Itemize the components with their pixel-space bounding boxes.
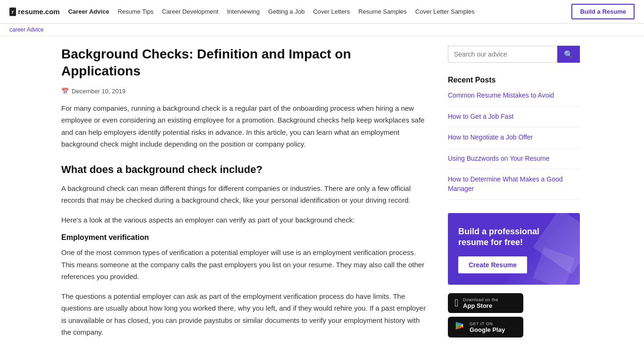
breadcrumb: career Advice <box>0 24 644 36</box>
list-item: How to Get a Job Fast <box>448 107 580 128</box>
recent-post-link-3[interactable]: How to Negotiate a Job Offer <box>448 127 580 148</box>
logo-text: resume.com <box>18 8 59 16</box>
nav-item-interviewing[interactable]: Interviewing <box>227 8 259 15</box>
main-content: Background Checks: Definition and Impact… <box>61 46 429 346</box>
nav-item-getting-a-job[interactable]: Getting a Job <box>268 8 305 15</box>
article-intro: For many companies, running a background… <box>61 102 429 150</box>
main-nav: Career Advice Resume Tips Career Develop… <box>68 8 572 15</box>
site-header: r resume.com Career Advice Resume Tips C… <box>0 0 644 24</box>
nav-item-career-development[interactable]: Career Development <box>162 8 219 15</box>
recent-posts-list: Common Resume Mistakes to Avoid How to G… <box>448 91 580 200</box>
recent-posts-section: Recent Posts Common Resume Mistakes to A… <box>448 76 580 200</box>
list-item: How to Negotiate a Job Offer <box>448 127 580 148</box>
section1-title: What does a background check include? <box>61 164 429 176</box>
recent-post-link-5[interactable]: How to Determine What Makes a Good Manag… <box>448 169 580 199</box>
breadcrumb-link[interactable]: career Advice <box>9 26 44 33</box>
recent-post-link-2[interactable]: How to Get a Job Fast <box>448 107 580 128</box>
section1-para2: Here's a look at the various aspects an … <box>61 214 429 226</box>
logo-icon: r <box>9 8 16 16</box>
app-store-name-text: App Store <box>463 302 498 309</box>
nav-item-career-advice[interactable]: Career Advice <box>68 8 109 15</box>
google-play-name-text: Google Play <box>470 326 505 333</box>
create-resume-button[interactable]: Create Resume <box>458 256 527 273</box>
google-play-sub-text: GET IT ON <box>470 321 505 326</box>
nav-item-cover-letter-samples[interactable]: Cover Letter Samples <box>415 8 475 15</box>
page-layout: Background Checks: Definition and Impact… <box>0 36 644 362</box>
search-input[interactable] <box>448 46 557 63</box>
app-store-sub-text: Download on the <box>463 297 498 302</box>
recent-posts-title: Recent Posts <box>448 76 580 84</box>
nav-item-cover-letters[interactable]: Cover Letters <box>313 8 350 15</box>
sidebar: 🔍 Recent Posts Common Resume Mistakes to… <box>448 46 580 346</box>
list-item: Using Buzzwords on Your Resume <box>448 148 580 170</box>
sub1-para2: The questions a potential employer can a… <box>61 290 429 338</box>
article-title: Background Checks: Definition and Impact… <box>61 46 429 80</box>
sub1-title: Employment verification <box>61 233 429 242</box>
recent-post-link-4[interactable]: Using Buzzwords on Your Resume <box>448 148 580 170</box>
nav-item-resume-tips[interactable]: Resume Tips <box>118 8 154 15</box>
article-date: 📅 December 10, 2019 <box>61 88 429 95</box>
build-resume-button[interactable]: Build a Resume <box>571 4 635 19</box>
search-box: 🔍 <box>448 46 580 63</box>
cta-title: Build a professional resume for free! <box>458 226 570 248</box>
list-item: Common Resume Mistakes to Avoid <box>448 91 580 107</box>
cta-box: Build a professional resume for free! Cr… <box>448 213 580 285</box>
section1-para1: A background check can mean different th… <box>61 182 429 206</box>
sub1-para1: One of the most common types of verifica… <box>61 247 429 283</box>
logo[interactable]: r resume.com <box>9 8 60 16</box>
apple-icon:  <box>454 297 458 309</box>
list-item: How to Determine What Makes a Good Manag… <box>448 169 580 199</box>
nav-item-resume-samples[interactable]: Resume Samples <box>358 8 407 15</box>
article-date-text: December 10, 2019 <box>72 88 125 95</box>
google-play-icon <box>454 321 465 334</box>
search-button[interactable]: 🔍 <box>557 46 580 63</box>
recent-post-link-1[interactable]: Common Resume Mistakes to Avoid <box>448 91 580 107</box>
calendar-icon: 📅 <box>61 88 69 95</box>
google-play-button[interactable]: GET IT ON Google Play <box>448 317 523 337</box>
app-store-button[interactable]:  Download on the App Store <box>448 293 523 313</box>
search-icon: 🔍 <box>564 50 573 58</box>
